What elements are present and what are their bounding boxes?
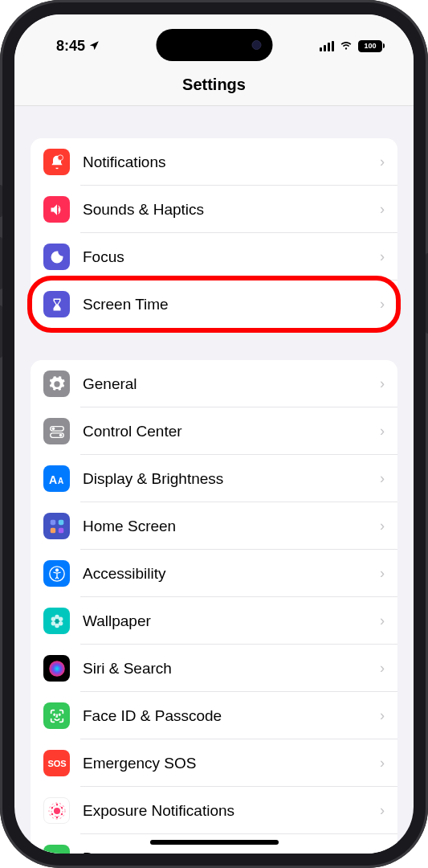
exposure-icon: [43, 797, 70, 824]
status-left: 8:45: [39, 38, 100, 55]
chevron-right-icon: ›: [380, 248, 385, 265]
grid-icon: [43, 513, 70, 539]
svg-point-32: [55, 816, 57, 817]
row-label: Battery: [83, 850, 380, 854]
content-scroll[interactable]: Notifications › Sounds & Haptics › Focus…: [14, 106, 414, 854]
svg-text:SOS: SOS: [47, 759, 66, 768]
settings-row-accessibility[interactable]: Accessibility ›: [31, 550, 397, 597]
chevron-right-icon: ›: [380, 201, 385, 218]
svg-text:A: A: [49, 473, 57, 486]
home-indicator[interactable]: [150, 840, 279, 845]
chevron-right-icon: ›: [380, 154, 385, 170]
settings-section: General › Control Center › AA Display & …: [31, 360, 397, 854]
bell-badge-icon: [43, 149, 70, 175]
row-label: General: [83, 375, 380, 393]
side-button: [0, 237, 2, 289]
svg-point-19: [51, 616, 55, 621]
row-label: Emergency SOS: [83, 755, 380, 772]
svg-point-29: [51, 813, 52, 814]
row-label: Face ID & Passcode: [83, 707, 380, 725]
svg-point-13: [55, 619, 59, 624]
svg-text:A: A: [58, 477, 63, 485]
svg-point-15: [58, 616, 63, 621]
svg-point-0: [57, 154, 63, 160]
settings-row-general[interactable]: General ›: [31, 360, 397, 407]
settings-row-wallpaper[interactable]: Wallpaper ›: [31, 597, 397, 645]
row-label: Control Center: [83, 423, 380, 440]
sos-icon: SOS: [43, 750, 70, 776]
chevron-right-icon: ›: [380, 612, 385, 629]
svg-rect-9: [50, 527, 55, 532]
phone-frame: 8:45 100 Settings: [0, 0, 428, 868]
moon-icon: [43, 244, 70, 270]
settings-row-siri[interactable]: Siri & Search ›: [31, 645, 397, 692]
hourglass-icon: [43, 291, 70, 317]
svg-point-14: [55, 614, 59, 619]
svg-point-30: [60, 813, 62, 814]
switches-icon: [43, 418, 70, 444]
row-label: Sounds & Haptics: [83, 201, 380, 219]
svg-point-18: [51, 621, 55, 626]
svg-point-28: [60, 806, 62, 808]
svg-rect-7: [50, 519, 55, 524]
svg-rect-8: [58, 519, 63, 524]
settings-row-sounds[interactable]: Sounds & Haptics ›: [31, 186, 397, 233]
settings-row-notifications[interactable]: Notifications ›: [31, 138, 397, 186]
text-size-icon: AA: [43, 465, 70, 492]
battery-icon: [43, 845, 70, 854]
svg-point-20: [49, 661, 65, 677]
svg-point-12: [55, 569, 58, 571]
chevron-right-icon: ›: [380, 518, 385, 534]
chevron-right-icon: ›: [380, 565, 385, 582]
svg-point-24: [54, 808, 60, 814]
chevron-right-icon: ›: [380, 470, 385, 487]
settings-row-emergency-sos[interactable]: SOS Emergency SOS ›: [31, 739, 397, 787]
siri-icon: [43, 655, 70, 682]
status-time: 8:45: [56, 38, 85, 55]
status-right: 100: [320, 40, 389, 52]
settings-row-screen-time[interactable]: Screen Time ›: [31, 280, 397, 328]
chevron-right-icon: ›: [380, 660, 385, 677]
settings-row-exposure[interactable]: Exposure Notifications ›: [31, 787, 397, 834]
side-button: [0, 185, 2, 217]
settings-row-home-screen[interactable]: Home Screen ›: [31, 502, 397, 550]
chevron-right-icon: ›: [380, 707, 385, 724]
settings-row-display[interactable]: AA Display & Brightness ›: [31, 455, 397, 502]
svg-point-22: [59, 714, 59, 714]
dynamic-island: [156, 29, 272, 61]
svg-point-16: [58, 621, 63, 626]
row-label: Focus: [83, 248, 380, 266]
row-label: Wallpaper: [83, 612, 380, 630]
chevron-right-icon: ›: [380, 375, 385, 392]
battery-indicator: 100: [358, 40, 385, 52]
chevron-right-icon: ›: [380, 850, 385, 854]
svg-point-21: [54, 714, 55, 714]
flower-icon: [43, 608, 70, 634]
svg-point-31: [55, 803, 57, 805]
battery-level: 100: [358, 40, 382, 52]
location-icon: [88, 40, 100, 51]
row-label: Exposure Notifications: [83, 802, 380, 820]
svg-rect-10: [58, 527, 63, 532]
cellular-icon: [320, 41, 334, 51]
chevron-right-icon: ›: [380, 423, 385, 440]
settings-row-focus[interactable]: Focus ›: [31, 233, 397, 280]
settings-row-control-center[interactable]: Control Center ›: [31, 407, 397, 455]
row-label: Notifications: [83, 154, 380, 171]
page-title: Settings: [14, 76, 414, 94]
camera-dot: [251, 40, 261, 50]
svg-point-17: [55, 623, 59, 628]
row-label: Siri & Search: [83, 660, 380, 678]
chevron-right-icon: ›: [380, 802, 385, 819]
wifi-icon: [339, 40, 353, 51]
side-button: [0, 305, 2, 358]
gear-icon: [43, 371, 70, 397]
settings-row-faceid[interactable]: Face ID & Passcode ›: [31, 692, 397, 739]
screen: 8:45 100 Settings: [14, 14, 414, 854]
row-label: Display & Brightness: [83, 470, 380, 488]
faceid-icon: [43, 702, 70, 729]
svg-point-2: [51, 427, 55, 430]
svg-point-27: [51, 806, 52, 808]
row-label: Screen Time: [83, 296, 380, 313]
accessibility-icon: [43, 560, 70, 587]
